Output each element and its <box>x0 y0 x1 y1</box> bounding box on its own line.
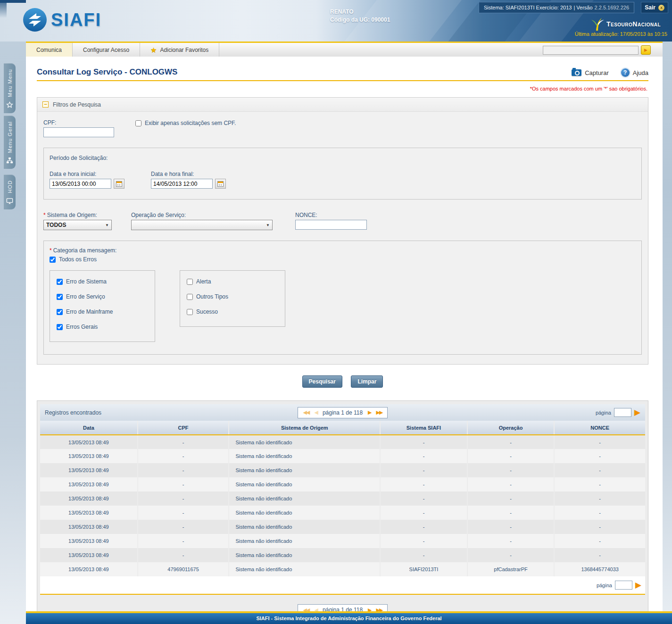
cpf-input[interactable] <box>43 127 114 137</box>
search-go-button[interactable]: ▶ <box>641 45 651 55</box>
checkbox[interactable] <box>57 324 63 330</box>
table-row: 13/05/2013 08:49-Sistema não identificad… <box>40 548 645 562</box>
app-footer: SIAFI - Sistema Integrado de Administraç… <box>26 611 672 624</box>
table-cell: - <box>380 534 467 548</box>
logout-close-icon[interactable]: x <box>658 5 664 11</box>
checkbox-option[interactable]: Erros Gerais <box>57 324 148 330</box>
categoria-fieldset: *Categoria da mensagem: Todos os Erros E… <box>43 241 642 355</box>
start-date-label: Data e hora inicial: <box>50 171 124 177</box>
end-date-calendar-button[interactable] <box>215 179 226 189</box>
table-cell: - <box>138 435 229 449</box>
last-update-text: Última atualização: 17/05/2013 às 10:15 <box>575 31 667 37</box>
checkbox[interactable] <box>187 294 193 300</box>
checkbox-option[interactable]: Outros Tipos <box>187 293 278 300</box>
table-row: 13/05/2013 08:49-Sistema não identificad… <box>40 491 645 506</box>
table-cell: - <box>554 491 645 506</box>
page-jump-input[interactable] <box>615 581 632 590</box>
table-cell: - <box>554 463 645 477</box>
capture-button[interactable]: Capturar <box>572 69 609 76</box>
table-row: 13/05/2013 08:49-Sistema não identificad… <box>40 463 645 477</box>
todos-erros-checkbox-row[interactable]: Todos os Erros <box>50 256 636 263</box>
first-page-icon[interactable]: ◀◀ <box>303 409 309 416</box>
header-decor <box>0 3 7 18</box>
table-cell: Sistema não identificado <box>229 463 380 477</box>
page-jump-go-icon[interactable]: ▶ <box>634 408 640 416</box>
no-cpf-checkbox[interactable] <box>135 120 141 126</box>
table-cell: - <box>380 506 467 520</box>
last-page-icon[interactable]: ▶▶ <box>376 409 382 416</box>
search-input[interactable] <box>543 46 639 55</box>
checkbox-option[interactable]: Alerta <box>187 278 278 285</box>
calendar-icon <box>217 181 224 187</box>
col-header-sistema-siafi: Sistema SIAFI <box>380 421 467 435</box>
table-cell: - <box>554 534 645 548</box>
checkbox[interactable] <box>57 279 63 285</box>
results-table-wrap: Data CPF Sistema de Origem Sistema SIAFI… <box>40 421 645 595</box>
version-value: 2.2.5.1692.226 <box>595 5 629 10</box>
checkbox[interactable] <box>187 279 193 285</box>
menu-tab[interactable]: Configurar Acesso <box>73 43 140 57</box>
table-cell: 1368445774033 <box>554 562 645 576</box>
menu-tab-strip: ComunicaConfigurar Acesso★Adicionar Favo… <box>26 42 663 57</box>
table-cell: SIAFI2013TI <box>380 562 467 576</box>
table-cell: Sistema não identificado <box>229 548 380 562</box>
footer-text: SIAFI - Sistema Integrado de Administraç… <box>26 613 672 624</box>
todos-erros-checkbox[interactable] <box>50 257 56 263</box>
clear-button[interactable]: Limpar <box>351 375 383 388</box>
end-date-input[interactable] <box>151 179 213 189</box>
no-cpf-checkbox-row[interactable]: Exibir apenas solicitações sem CPF. <box>135 120 236 126</box>
error-options-box: Erro de SistemaErro de ServiçoErro de Ma… <box>50 270 155 342</box>
nonce-input[interactable] <box>295 220 367 230</box>
checkbox-option[interactable]: Erro de Sistema <box>57 278 148 285</box>
ug-value: 090001 <box>371 17 390 23</box>
checkbox[interactable] <box>57 309 63 315</box>
page-jump-input[interactable] <box>614 408 631 417</box>
periodo-legend: Período de Solicitação: <box>50 155 636 161</box>
start-date-calendar-button[interactable] <box>114 179 124 189</box>
table-row: 13/05/2013 08:4947969011675Sistema não i… <box>40 562 645 576</box>
page-jump-go-icon[interactable]: ▶ <box>635 581 641 589</box>
sistema-origem-select[interactable]: TODOS ▼ <box>43 220 112 230</box>
table-cell: - <box>467 477 555 491</box>
start-date-input[interactable] <box>50 179 111 189</box>
checkbox[interactable] <box>187 309 193 315</box>
help-icon: ? <box>621 68 630 77</box>
page-jump-bottom: página ▶ <box>597 581 641 590</box>
collapse-icon[interactable]: − <box>42 101 49 108</box>
logout-button[interactable]: Sair x <box>641 2 668 13</box>
other-options-box: AlertaOutros TiposSucesso <box>180 270 285 327</box>
table-cell: - <box>467 435 555 449</box>
table-cell: - <box>380 520 467 534</box>
col-header-sistema-origem: Sistema de Origem <box>229 421 380 435</box>
table-row: 13/05/2013 08:49-Sistema não identificad… <box>40 435 645 449</box>
table-cell: 13/05/2013 08:49 <box>40 506 138 520</box>
main-content: Consultar Log Serviço - CONLOGWS Captura… <box>26 57 663 624</box>
pagination-top: ◀◀ ◀ página 1 de 118 ▶ ▶▶ <box>298 407 388 418</box>
table-cell: - <box>138 548 229 562</box>
menu-tab[interactable]: ★Adicionar Favoritos <box>140 43 219 57</box>
results-header-bar: Registros encontrados ◀◀ ◀ página 1 de 1… <box>40 404 645 421</box>
table-row: 13/05/2013 08:49-Sistema não identificad… <box>40 506 645 520</box>
menu-tab[interactable]: Comunica <box>26 43 73 57</box>
siafi-logo-icon <box>23 8 47 32</box>
sidebar-item-menu-geral[interactable]: Menu Geral <box>4 116 16 169</box>
help-button[interactable]: ? Ajuda <box>621 68 648 77</box>
next-page-icon[interactable]: ▶ <box>368 409 371 416</box>
table-cell: 13/05/2013 08:49 <box>40 548 138 562</box>
operacao-select[interactable]: ▼ <box>131 220 273 230</box>
table-cell: pfCadastrarPF <box>467 562 555 576</box>
checkbox-option[interactable]: Sucesso <box>187 308 278 315</box>
checkbox-option[interactable]: Erro de Serviço <box>57 293 148 300</box>
checkbox[interactable] <box>57 294 63 300</box>
sidebar-item-hod[interactable]: HOD <box>4 175 16 209</box>
search-button[interactable]: Pesquisar <box>302 375 342 388</box>
table-cell: - <box>138 463 229 477</box>
sidebar-item-meu-menu[interactable]: Meu Menu <box>4 63 16 113</box>
prev-page-icon[interactable]: ◀ <box>314 409 317 416</box>
checkbox-option[interactable]: Erro de Mainframe <box>57 308 148 315</box>
table-cell: - <box>467 449 555 463</box>
table-cell: 13/05/2013 08:49 <box>40 435 138 449</box>
table-cell: - <box>138 491 229 506</box>
table-cell: 47969011675 <box>138 562 229 576</box>
treasury-star-icon <box>589 17 606 31</box>
